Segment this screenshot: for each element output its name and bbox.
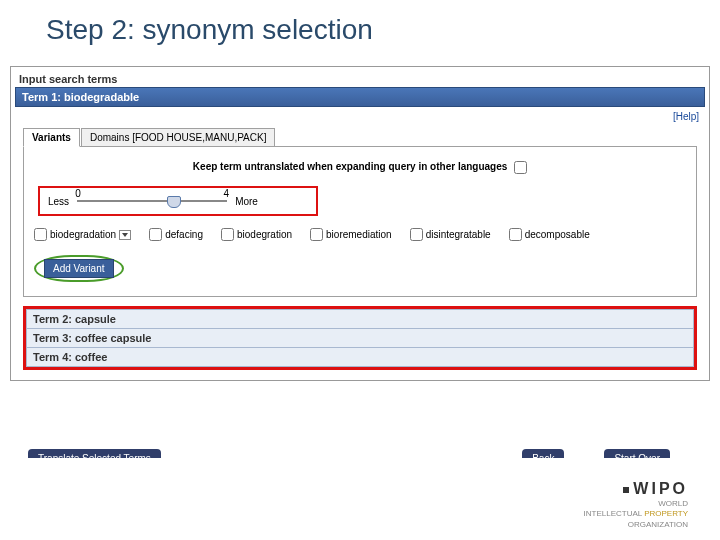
app-panel: Input search terms Term 1: biodegradable… xyxy=(10,66,710,381)
footer-line-2a: INTELLECTUAL xyxy=(584,509,642,518)
term-3-header[interactable]: Term 3: coffee capsule xyxy=(26,329,694,348)
synonym-checkbox-1[interactable] xyxy=(149,228,162,241)
tab-row: Variants Domains [FOOD HOUSE,MANU,PACK] xyxy=(23,128,705,147)
synonym-checkbox-0[interactable] xyxy=(34,228,47,241)
term-1-header[interactable]: Term 1: biodegradable xyxy=(15,87,705,107)
synonym-checkbox-5[interactable] xyxy=(509,228,522,241)
slide-title: Step 2: synonym selection xyxy=(0,0,720,46)
slider-thumb[interactable] xyxy=(167,196,181,208)
synonym-item-1: defacing xyxy=(149,228,203,241)
footer-brand-block: WIPO WORLD INTELLECTUAL PROPERTY ORGANIZ… xyxy=(518,480,688,530)
synonym-label-1: defacing xyxy=(165,229,203,240)
footer-line-3: ORGANIZATION xyxy=(518,521,688,530)
slider-track-line xyxy=(77,200,227,202)
add-variant-button[interactable]: Add Variant xyxy=(44,259,114,278)
synonym-item-4: disintegratable xyxy=(410,228,491,241)
synonym-label-2: biodegration xyxy=(237,229,292,240)
synonym-checkbox-2[interactable] xyxy=(221,228,234,241)
tab-variants[interactable]: Variants xyxy=(23,128,80,147)
variant-count-slider[interactable]: 0 4 xyxy=(77,194,227,208)
synonym-checkbox-4[interactable] xyxy=(410,228,423,241)
action-cover-overlay xyxy=(0,458,720,476)
synonym-label-0: biodegradation xyxy=(50,229,116,240)
synonym-item-0: biodegradation xyxy=(34,228,131,241)
add-variant-highlight: Add Variant xyxy=(34,255,124,282)
footer-line-1: WORLD xyxy=(518,500,688,509)
slider-min: 0 xyxy=(75,188,81,199)
synonym-label-3: bioremediation xyxy=(326,229,392,240)
slider-max: 4 xyxy=(224,188,230,199)
synonym-label-4: disintegratable xyxy=(426,229,491,240)
synonym-list: biodegradation defacing biodegration bio… xyxy=(34,228,686,241)
input-section-header: Input search terms xyxy=(15,71,705,87)
additional-terms-highlight: Term 2: capsule Term 3: coffee capsule T… xyxy=(23,306,697,370)
keep-untranslated-row: Keep term untranslated when expanding qu… xyxy=(34,161,686,174)
synonym-checkbox-3[interactable] xyxy=(310,228,323,241)
synonym-item-2: biodegration xyxy=(221,228,292,241)
slider-less-label: Less xyxy=(48,196,69,207)
term-2-header[interactable]: Term 2: capsule xyxy=(26,309,694,329)
synonym-item-3: bioremediation xyxy=(310,228,392,241)
wipo-logo: WIPO xyxy=(518,480,688,498)
variant-count-slider-highlight: Less 0 4 More xyxy=(38,186,318,216)
wipo-brand-text: WIPO xyxy=(633,480,688,497)
keep-untranslated-label: Keep term untranslated when expanding qu… xyxy=(193,161,508,172)
help-link-row: [Help] xyxy=(15,107,705,122)
footer-line-2b: PROPERTY xyxy=(642,509,688,518)
synonym-item-5: decomposable xyxy=(509,228,590,241)
synonym-dropdown-0[interactable] xyxy=(119,230,131,240)
footer-line-2: INTELLECTUAL PROPERTY xyxy=(518,510,688,519)
tab-content-variants: Keep term untranslated when expanding qu… xyxy=(23,146,697,297)
synonym-label-5: decomposable xyxy=(525,229,590,240)
keep-untranslated-checkbox[interactable] xyxy=(514,161,527,174)
tab-domains[interactable]: Domains [FOOD HOUSE,MANU,PACK] xyxy=(81,128,276,147)
term-4-header[interactable]: Term 4: coffee xyxy=(26,348,694,367)
help-link[interactable]: [Help] xyxy=(673,111,699,122)
slider-more-label: More xyxy=(235,196,258,207)
wipo-logo-dot-icon xyxy=(623,487,629,493)
